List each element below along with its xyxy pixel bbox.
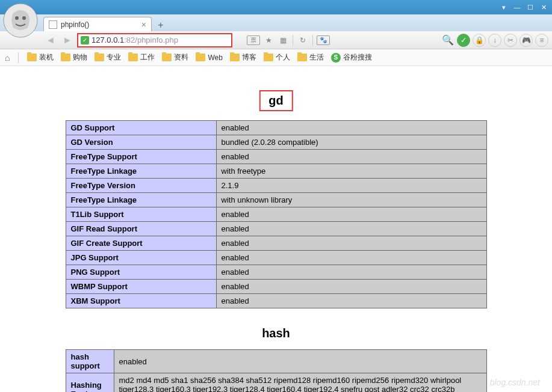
- table-value: enabled: [216, 121, 486, 135]
- table-value: enabled: [216, 222, 486, 236]
- table-key: hash support: [66, 350, 114, 373]
- folder-icon: [95, 54, 104, 61]
- tab-bar: phpinfo() × +: [0, 14, 552, 31]
- search-icon[interactable]: 🔍: [441, 34, 454, 47]
- svg-point-1: [15, 16, 19, 20]
- gamepad-icon[interactable]: 🎮: [519, 34, 533, 47]
- dropdown-icon[interactable]: ▾: [498, 2, 510, 12]
- folder-icon: [264, 54, 273, 61]
- section-title-gd: gd: [259, 90, 293, 111]
- table-row: FreeType Version2.1.9: [66, 179, 486, 193]
- folder-icon: [297, 54, 307, 61]
- toolbar-icons: 票 ★ ▦ ↻ 🐾: [247, 35, 330, 46]
- table-value: 2.1.9: [216, 179, 486, 193]
- status-icon[interactable]: ✓: [457, 34, 470, 47]
- table-row: Hashing Enginesmd2 md4 md5 sha1 sha256 s…: [66, 373, 486, 393]
- bookmark-item[interactable]: 博客: [230, 52, 256, 63]
- table-key: FreeType Linkage: [66, 164, 216, 179]
- bookmark-item[interactable]: 专业: [95, 52, 121, 63]
- table-key: FreeType Support: [66, 150, 216, 164]
- table-value: enabled: [216, 251, 486, 265]
- reload-icon[interactable]: ↻: [297, 35, 309, 46]
- folder-icon: [27, 54, 37, 61]
- bookmark-label: 个人: [276, 52, 290, 63]
- forward-button[interactable]: ►: [60, 33, 75, 47]
- url-text: 127.0.0.1:82/phpinfo.php: [91, 35, 178, 44]
- lock-icon[interactable]: 🔒: [473, 34, 486, 47]
- star-icon[interactable]: ★: [262, 35, 274, 46]
- table-value: enabled: [114, 350, 486, 373]
- table-key: Hashing Engines: [66, 373, 114, 393]
- home-icon: ⌂: [5, 53, 10, 63]
- bookmark-bar: ⌂ 装机购物专业工作资料Web博客个人生活S谷粉搜搜: [0, 49, 552, 66]
- table-key: FreeType Linkage: [66, 193, 216, 207]
- screenshot-icon[interactable]: ✂: [504, 34, 517, 47]
- download-icon[interactable]: ↓: [488, 34, 501, 47]
- table-row: FreeType Linkagewith unknown library: [66, 193, 486, 207]
- ticket-icon[interactable]: 票: [247, 35, 260, 45]
- qr-icon[interactable]: ▦: [277, 35, 289, 46]
- bookmark-item[interactable]: 生活: [297, 52, 324, 63]
- bookmark-item[interactable]: 装机: [27, 52, 54, 63]
- divider: [312, 35, 313, 46]
- menu-icon[interactable]: ≡: [535, 34, 548, 47]
- bookmark-label: 装机: [39, 52, 54, 63]
- table-value: enabled: [216, 265, 486, 280]
- window-titlebar: ▾ — ☐ ✕: [0, 0, 552, 14]
- table-row: GD Supportenabled: [66, 121, 486, 135]
- table-key: FreeType Version: [66, 179, 216, 193]
- secure-icon: ✓: [81, 36, 89, 44]
- maximize-button[interactable]: ☐: [524, 2, 536, 12]
- page-content: gd GD SupportenabledGD Versionbundled (2…: [0, 66, 552, 392]
- folder-icon: [196, 54, 205, 61]
- table-value: enabled: [216, 236, 486, 251]
- folder-icon: [61, 54, 70, 61]
- bookmark-label: 博客: [242, 52, 256, 63]
- browser-tab[interactable]: phpinfo() ×: [43, 17, 152, 31]
- bookmark-label: 购物: [73, 52, 87, 63]
- paw-icon[interactable]: 🐾: [317, 35, 330, 45]
- divider: [18, 52, 19, 63]
- navigation-bar: ◄ ► ✓ 127.0.0.1:82/phpinfo.php 票 ★ ▦ ↻ 🐾…: [0, 31, 552, 49]
- close-window-button[interactable]: ✕: [538, 2, 550, 12]
- table-key: GIF Create Support: [66, 236, 216, 251]
- table-value: with freetype: [216, 164, 486, 179]
- bookmark-label: 工作: [140, 52, 155, 63]
- table-row: JPG Supportenabled: [66, 251, 486, 265]
- table-key: WBMP Support: [66, 280, 216, 294]
- bookmark-item[interactable]: 工作: [128, 52, 155, 63]
- bookmark-label: 生活: [309, 52, 324, 63]
- bookmark-item[interactable]: Web: [196, 52, 222, 63]
- table-key: JPG Support: [66, 251, 216, 265]
- table-key: XBM Support: [66, 294, 216, 308]
- page-icon: [49, 20, 57, 29]
- minimize-button[interactable]: —: [511, 2, 523, 12]
- table-row: GIF Create Supportenabled: [66, 236, 486, 251]
- bookmark-item[interactable]: 个人: [264, 52, 290, 63]
- table-key: GD Version: [66, 135, 216, 150]
- home-button[interactable]: ⌂: [5, 53, 10, 63]
- table-row: PNG Supportenabled: [66, 265, 486, 280]
- close-tab-icon[interactable]: ×: [141, 20, 146, 29]
- folder-icon: [230, 54, 240, 61]
- bookmark-item[interactable]: 资料: [162, 52, 188, 63]
- table-row: GD Versionbundled (2.0.28 compatible): [66, 135, 486, 150]
- gd-table: GD SupportenabledGD Versionbundled (2.0.…: [66, 120, 487, 308]
- table-value: enabled: [216, 207, 486, 222]
- bookmark-item[interactable]: S谷粉搜搜: [331, 52, 372, 63]
- table-row: FreeType Linkagewith freetype: [66, 164, 486, 179]
- folder-icon: [128, 54, 138, 61]
- bookmark-item[interactable]: 购物: [61, 52, 87, 63]
- folder-icon: [162, 54, 172, 61]
- table-value: with unknown library: [216, 193, 486, 207]
- bookmark-label: Web: [208, 54, 222, 62]
- table-value: enabled: [216, 294, 486, 308]
- bookmark-label: 专业: [107, 52, 121, 63]
- divider: [293, 35, 293, 46]
- table-row: T1Lib Supportenabled: [66, 207, 486, 222]
- back-button[interactable]: ◄: [43, 33, 58, 47]
- table-row: GIF Read Supportenabled: [66, 222, 486, 236]
- new-tab-button[interactable]: +: [154, 19, 167, 31]
- address-bar[interactable]: ✓ 127.0.0.1:82/phpinfo.php: [77, 33, 232, 47]
- tab-title: phpinfo(): [61, 20, 89, 29]
